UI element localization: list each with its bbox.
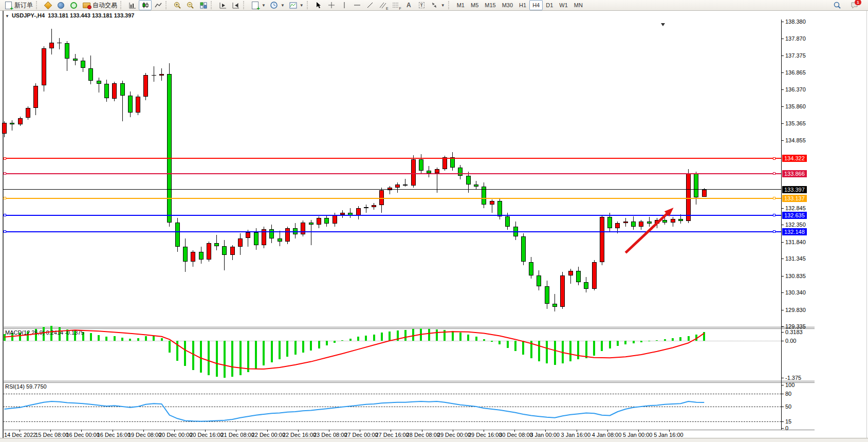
chart-shift-button[interactable]: [229, 0, 242, 10]
fibonacci-button[interactable]: F: [390, 0, 402, 10]
macd-histogram-bar: [247, 341, 249, 372]
macd-histogram-bar: [664, 339, 666, 341]
time-axis-label: 16 Dec 00:00: [66, 432, 99, 438]
periods-button[interactable]: ▼: [268, 0, 287, 10]
vertical-line-button[interactable]: [338, 0, 351, 10]
macd-histogram-bar: [546, 341, 548, 363]
line-anchor-handle[interactable]: [773, 197, 775, 199]
macd-histogram-bar: [161, 338, 163, 341]
timeframe-h4[interactable]: H4: [529, 0, 543, 10]
candle-down: [419, 159, 423, 171]
candle-down: [403, 185, 408, 186]
text-label-button[interactable]: T: [415, 0, 428, 10]
chart-shift-icon: [231, 1, 240, 9]
candle-wick: [99, 78, 99, 93]
macd-histogram-bar: [491, 341, 493, 342]
timeframe-m30[interactable]: M30: [499, 0, 516, 10]
candle-up: [49, 43, 54, 49]
macd-histogram-bar: [562, 341, 564, 363]
price-chart-pane[interactable]: 134.322133.866133.397133.137132.635132.1…: [0, 11, 868, 438]
timeframe-m5[interactable]: M5: [468, 0, 482, 10]
macd-histogram-bar: [444, 330, 446, 341]
trendline-button[interactable]: [364, 0, 377, 10]
candle-down: [120, 83, 125, 96]
macd-histogram-bar: [334, 341, 336, 343]
tile-windows-button[interactable]: [197, 0, 210, 10]
candle-up: [600, 217, 604, 262]
candlestick-chart-button[interactable]: [139, 0, 152, 10]
bar-chart-button[interactable]: [126, 0, 139, 10]
candle-down: [10, 123, 14, 124]
line-anchor-handle[interactable]: [773, 230, 775, 233]
price-tick-mark: [782, 310, 784, 310]
search-button[interactable]: [831, 0, 844, 10]
macd-histogram-bar: [577, 341, 579, 359]
line-anchor-handle[interactable]: [4, 214, 6, 216]
macd-histogram-bar: [397, 330, 399, 341]
candle-up: [615, 223, 620, 228]
zoom-in-button[interactable]: [171, 0, 184, 10]
price-tick-mark: [782, 326, 784, 327]
rsi-axis-label: 0: [785, 425, 788, 431]
macd-histogram-bar: [436, 329, 438, 341]
crosshair-button[interactable]: [325, 0, 338, 10]
templates-button[interactable]: ▼: [287, 0, 306, 10]
line-chart-button[interactable]: [152, 0, 164, 10]
new-chart-button[interactable]: ▼: [249, 0, 268, 10]
timeframe-m1[interactable]: M1: [454, 0, 468, 10]
price-tick-label: 135.365: [785, 120, 806, 126]
line-anchor-handle[interactable]: [773, 214, 775, 216]
arrows-button[interactable]: ▼: [428, 0, 447, 10]
rsi-tick-mark: [782, 428, 784, 429]
line-anchor-handle[interactable]: [4, 157, 6, 160]
cursor-button[interactable]: [312, 0, 325, 10]
horizontal-line-object[interactable]: [3, 198, 781, 199]
signals-button[interactable]: [67, 0, 80, 10]
horizontal-line-button[interactable]: [351, 0, 364, 10]
candle-up: [230, 247, 235, 255]
price-tick-label: 137.375: [785, 52, 806, 59]
rsi-tick-mark: [782, 421, 784, 422]
horizontal-line-object[interactable]: [3, 158, 781, 159]
new-order-button[interactable]: 新订单: [2, 0, 35, 10]
auto-trade-button[interactable]: 自动交易: [80, 0, 119, 10]
timeframe-w1[interactable]: W1: [556, 0, 571, 10]
macd-histogram-bar: [703, 332, 705, 341]
price-tick-mark: [782, 39, 784, 39]
macd-tick-mark: [782, 341, 784, 341]
line-anchor-handle[interactable]: [773, 172, 775, 175]
macd-histogram-bar: [381, 333, 383, 341]
horizontal-line-object[interactable]: [3, 173, 781, 174]
channel-button[interactable]: E: [377, 0, 390, 10]
auto-scroll-button[interactable]: [216, 0, 229, 10]
styles-button[interactable]: [42, 0, 54, 10]
timeframe-d1[interactable]: D1: [543, 0, 556, 10]
horizontal-line-object[interactable]: [3, 215, 781, 216]
timeframe-h1[interactable]: H1: [516, 0, 529, 10]
line-anchor-handle[interactable]: [4, 172, 6, 175]
candle-down: [529, 262, 533, 275]
line-anchor-handle[interactable]: [4, 230, 6, 233]
notifications-button[interactable]: 1: [848, 0, 861, 10]
price-tick-label: 129.335: [785, 323, 806, 329]
line-anchor-handle[interactable]: [4, 197, 6, 199]
text-button[interactable]: A: [402, 0, 415, 10]
candle-up: [191, 252, 195, 262]
candle-down: [199, 252, 204, 260]
cursor-icon: [315, 1, 323, 9]
horizontal-line-object[interactable]: [3, 231, 781, 232]
candle-down: [214, 243, 219, 246]
candle-down: [662, 220, 667, 223]
price-tick-mark: [782, 22, 784, 22]
macd-histogram-bar: [585, 341, 587, 358]
chart-shift-marker-icon[interactable]: [661, 23, 665, 26]
timeframe-m15[interactable]: M15: [482, 0, 498, 10]
timeframe-mn[interactable]: MN: [571, 0, 586, 10]
macd-histogram-bar: [365, 336, 367, 341]
macd-histogram-bar: [428, 329, 430, 341]
community-button[interactable]: [54, 0, 67, 10]
text-icon: A: [404, 1, 413, 9]
macd-histogram-bar: [231, 341, 233, 377]
zoom-out-button[interactable]: [184, 0, 197, 10]
line-anchor-handle[interactable]: [773, 157, 775, 160]
